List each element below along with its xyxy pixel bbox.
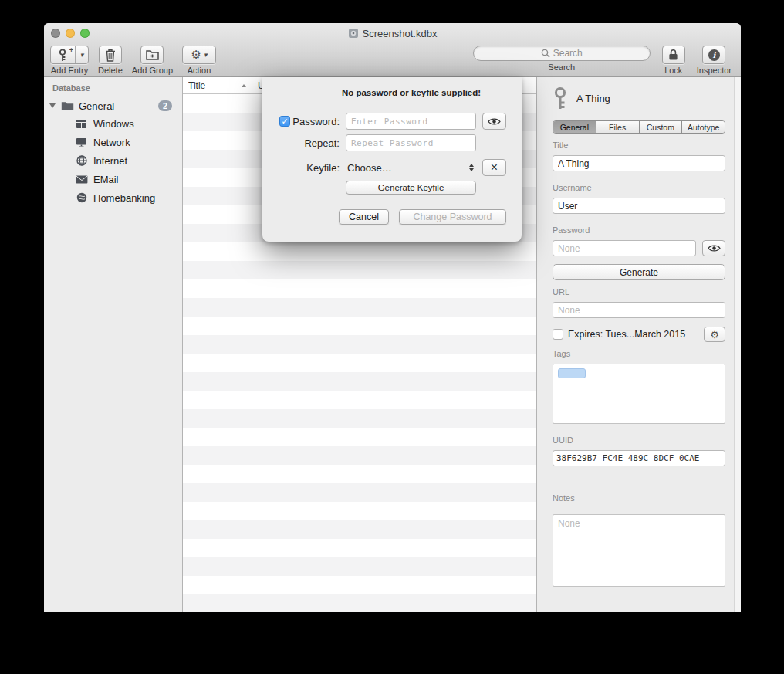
sidebar-item-label: Homebanking: [93, 192, 155, 204]
username-label: Username: [553, 183, 725, 192]
expires-checkbox[interactable]: [553, 329, 563, 340]
sidebar-item-label: EMail: [93, 174, 119, 185]
entry-title: A Thing: [576, 93, 610, 104]
tags-label: Tags: [553, 349, 725, 358]
dialog-repeat-label: Repeat:: [262, 137, 340, 149]
action-button[interactable]: ⚙ ▾: [182, 46, 216, 64]
sidebar-group-general[interactable]: General 2: [44, 97, 182, 114]
uuid-label: UUID: [553, 435, 725, 445]
clear-icon: ×: [491, 161, 498, 174]
titlebar[interactable]: Screenshot.kdbx: [44, 23, 741, 43]
cancel-button[interactable]: Cancel: [339, 209, 389, 225]
sidebar-group-label: General: [79, 100, 114, 112]
reveal-password-button[interactable]: [702, 240, 725, 256]
toolbar: + ▾ Add Entry: [44, 43, 741, 77]
chevron-down-icon: ▾: [80, 52, 84, 59]
sidebar-item-label: Network: [93, 137, 130, 148]
inspector-label: Inspector: [697, 66, 732, 75]
tab-autotype[interactable]: Autotype: [682, 121, 725, 133]
password-input[interactable]: [346, 113, 476, 130]
lock-icon: [668, 49, 678, 61]
expires-row: Expires: Tues...March 2015 ⚙: [553, 327, 725, 342]
gear-icon: ⚙: [191, 49, 201, 61]
password-field[interactable]: [553, 240, 696, 256]
column-title-label: Title: [188, 80, 205, 91]
username-field[interactable]: [553, 198, 725, 214]
add-entry-dropdown[interactable]: ▾: [76, 46, 88, 63]
sort-ascending-icon: [242, 84, 246, 87]
add-entry-label: Add Entry: [51, 66, 88, 75]
add-group-label: Add Group: [132, 66, 173, 75]
app-window: Screenshot.kdbx + ▾: [44, 23, 741, 612]
change-password-button[interactable]: Change Password: [399, 209, 506, 225]
column-header-title[interactable]: Title: [183, 77, 252, 93]
tab-custom[interactable]: Custom: [640, 121, 683, 133]
envelope-icon: [75, 175, 88, 184]
url-field[interactable]: [553, 302, 725, 318]
entry-count-badge: 2: [158, 100, 172, 111]
expires-settings-button[interactable]: ⚙: [704, 327, 725, 342]
key-plus-icon: [57, 49, 69, 62]
search-label: Search: [548, 63, 575, 72]
window-title-area: Screenshot.kdbx: [44, 23, 741, 43]
inspector-scrollbar[interactable]: [734, 77, 741, 612]
clear-keyfile-button[interactable]: ×: [482, 159, 506, 176]
url-label: URL: [553, 287, 725, 296]
search-icon: [541, 49, 550, 58]
keyfile-popup[interactable]: Choose…: [347, 159, 476, 176]
sidebar: Database General 2: [44, 77, 183, 612]
close-button[interactable]: [51, 29, 60, 38]
generate-keyfile-button[interactable]: Generate Keyfile: [346, 181, 476, 195]
add-entry-button[interactable]: + ▾: [50, 46, 89, 64]
lock-button[interactable]: [662, 46, 685, 64]
sidebar-item-network[interactable]: Network: [44, 133, 182, 151]
globe-icon: [75, 155, 88, 166]
tab-files[interactable]: Files: [596, 121, 640, 133]
minimize-button[interactable]: [66, 29, 75, 38]
sidebar-item-windows[interactable]: Windows: [44, 114, 182, 133]
expires-label: Expires: Tues...March 2015: [568, 329, 685, 340]
tag-token[interactable]: [558, 368, 586, 378]
traffic-lights: [51, 29, 90, 38]
title-field[interactable]: [553, 155, 725, 171]
info-icon: i: [708, 49, 720, 61]
sidebar-item-internet[interactable]: Internet: [44, 151, 182, 170]
disclosure-triangle-icon[interactable]: [49, 103, 56, 108]
notes-field[interactable]: [553, 514, 725, 587]
desktop-background: Screenshot.kdbx + ▾: [0, 0, 784, 674]
eye-icon: [488, 117, 501, 126]
delete-button[interactable]: [99, 46, 122, 64]
search-input[interactable]: Search: [473, 46, 651, 61]
sidebar-item-email[interactable]: EMail: [44, 170, 182, 188]
tab-general[interactable]: General: [553, 121, 596, 133]
key-icon: [553, 86, 568, 110]
chevron-down-icon: ▾: [204, 52, 208, 59]
reveal-password-button[interactable]: [482, 113, 506, 130]
window-title: Screenshot.kdbx: [363, 28, 438, 39]
delete-label: Delete: [98, 66, 123, 75]
search-placeholder: Search: [553, 48, 583, 59]
dialog-keyfile-label: Keyfile:: [262, 162, 340, 174]
sidebar-item-homebanking[interactable]: Homebanking: [44, 188, 182, 207]
inspector-panel: A Thing General Files Custom Autotype Ti…: [536, 77, 741, 612]
title-label: Title: [553, 141, 725, 150]
notes-label: Notes: [553, 493, 725, 503]
inspector-button[interactable]: i: [702, 46, 725, 64]
uuid-field[interactable]: [553, 450, 725, 466]
inspector-header: A Thing: [553, 85, 725, 111]
add-group-button[interactable]: [140, 46, 164, 64]
action-label: Action: [188, 66, 211, 75]
tags-field[interactable]: [553, 364, 725, 424]
sidebar-item-label: Internet: [93, 155, 127, 167]
repeat-password-input[interactable]: [346, 134, 476, 151]
add-entry-main: +: [51, 46, 76, 63]
dialog-message: No password or keyfile supplied!: [301, 88, 522, 97]
zoom-button[interactable]: [80, 29, 90, 38]
inspector-tabs: General Files Custom Autotype: [553, 120, 725, 134]
keyfile-popup-value: Choose…: [347, 162, 392, 174]
lock-label: Lock: [664, 66, 682, 75]
windows-icon: [75, 119, 88, 129]
coin-icon: [75, 192, 88, 203]
generate-password-button[interactable]: Generate: [553, 264, 725, 280]
gear-icon: ⚙: [710, 330, 719, 340]
